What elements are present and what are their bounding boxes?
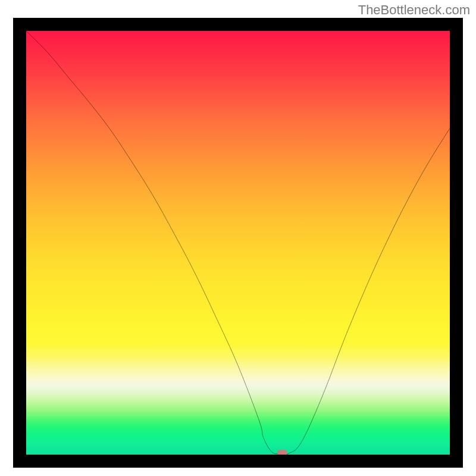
curve-layer bbox=[26, 31, 450, 455]
optimum-marker bbox=[277, 450, 287, 455]
bottleneck-curve bbox=[26, 31, 450, 454]
plot-area bbox=[26, 31, 450, 455]
chart-container: TheBottleneck.com bbox=[0, 0, 476, 476]
watermark-text: TheBottleneck.com bbox=[358, 2, 470, 18]
chart-frame bbox=[13, 18, 463, 468]
